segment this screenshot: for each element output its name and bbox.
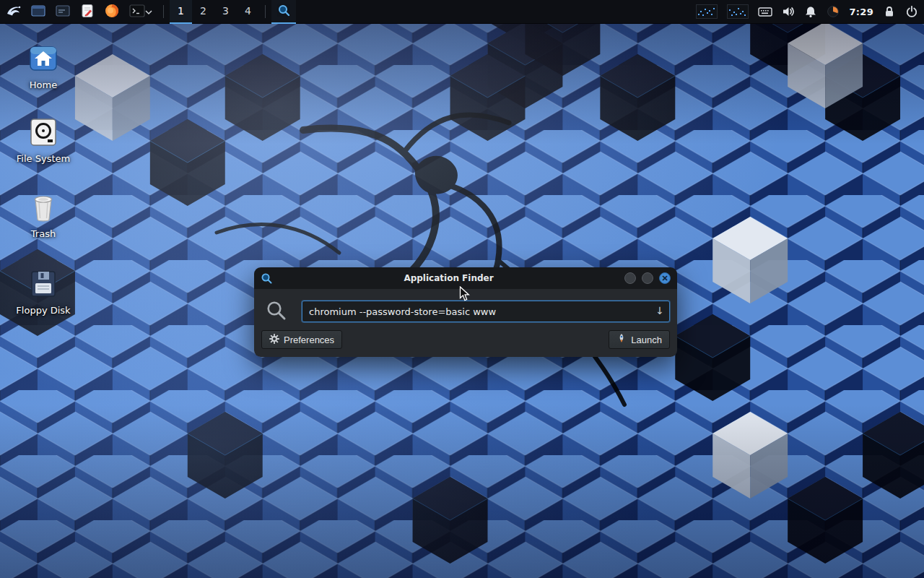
window-app-icon [261, 272, 273, 285]
titlebar[interactable]: Application Finder ✕ [254, 267, 677, 289]
desktop-icon-file-system[interactable]: File System [9, 116, 78, 164]
window-title: Application Finder [273, 273, 624, 283]
app-window-icon [55, 3, 71, 21]
clock[interactable]: 7:29 [849, 7, 873, 17]
desktop-screen: 1 2 3 4 [0, 0, 924, 578]
firefox-icon [104, 3, 120, 21]
terminal-dropdown-launcher[interactable] [124, 0, 157, 24]
floppy-disk-icon [27, 267, 60, 301]
lock-screen-icon[interactable] [883, 5, 896, 18]
desktop-icon-label: Trash [9, 228, 78, 239]
workspace-3[interactable]: 3 [214, 0, 237, 24]
workspace-4[interactable]: 4 [237, 0, 259, 24]
finder-body: ↓ Preferences [254, 289, 677, 357]
terminal-window-launcher[interactable] [51, 0, 75, 24]
panel-left-cluster: 1 2 3 4 [0, 0, 296, 23]
command-input-wrap: ↓ [302, 301, 670, 322]
terminal-icon [129, 4, 145, 20]
command-input[interactable] [302, 301, 670, 322]
application-finder-icon [276, 2, 292, 20]
volume-icon[interactable] [782, 5, 795, 18]
desktop-icon-floppy-disk[interactable]: Floppy Disk [9, 267, 78, 316]
notifications-bell-icon[interactable] [804, 5, 817, 18]
tray-indicator-icon[interactable] [827, 5, 840, 18]
kali-menu-button[interactable] [1, 0, 26, 24]
cpu-graph[interactable] [696, 4, 718, 19]
launch-label: Launch [631, 335, 662, 345]
power-logout-icon[interactable] [905, 5, 918, 18]
taskbar-application-finder[interactable] [271, 0, 296, 24]
top-panel: 1 2 3 4 [0, 0, 924, 24]
workspace-1[interactable]: 1 [170, 0, 192, 24]
desktop-icon-trash[interactable]: Trash [9, 191, 78, 239]
desktop-icon-label: File System [9, 153, 78, 164]
panel-tray-cluster: 7:29 [696, 0, 924, 23]
preferences-button[interactable]: Preferences [261, 330, 342, 349]
kali-logo-icon [5, 2, 22, 22]
minimize-button[interactable] [624, 272, 636, 284]
dropdown-arrow-icon[interactable]: ↓ [655, 305, 664, 317]
trash-can-icon [27, 191, 60, 224]
text-editor-icon [79, 3, 95, 21]
window-controls: ✕ [624, 272, 671, 284]
application-finder-window: Application Finder ✕ ↓ [254, 267, 677, 357]
chevron-down-icon [145, 7, 152, 17]
preferences-label: Preferences [284, 335, 334, 345]
desktop-icon-label: Home [9, 79, 78, 90]
maximize-button[interactable] [642, 272, 653, 284]
firefox-launcher[interactable] [100, 0, 124, 24]
panel-separator [163, 5, 164, 18]
launch-rocket-icon [616, 333, 627, 346]
desktop-icon-label: Floppy Disk [9, 305, 78, 316]
file-system-drive-icon [27, 116, 60, 149]
close-button[interactable]: ✕ [659, 272, 671, 284]
gear-icon [269, 334, 279, 346]
launch-button[interactable]: Launch [609, 330, 670, 349]
panel-separator [265, 5, 266, 18]
desktop-icon-home[interactable]: Home [9, 42, 78, 90]
file-manager-launcher[interactable] [26, 0, 51, 24]
home-folder-icon [27, 42, 60, 75]
file-manager-icon [30, 3, 46, 21]
text-editor-launcher[interactable] [75, 0, 100, 24]
search-icon [265, 299, 288, 325]
workspace-2[interactable]: 2 [192, 0, 214, 24]
network-graph[interactable] [727, 4, 749, 19]
keyboard-layout-icon[interactable] [758, 7, 772, 17]
